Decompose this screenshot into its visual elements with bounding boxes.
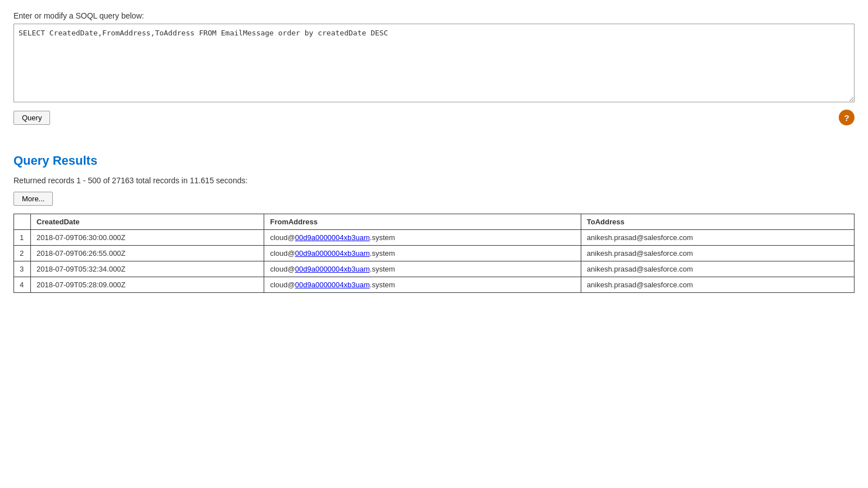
cell-to-address: anikesh.prasad@salesforce.com	[581, 230, 854, 246]
cell-row-num: 3	[14, 261, 31, 277]
cell-from-address: cloud@00d9a0000004xb3uam.system	[264, 261, 581, 277]
from-address-link[interactable]: 00d9a0000004xb3uam	[295, 233, 370, 242]
cell-to-address: anikesh.prasad@salesforce.com	[581, 246, 854, 261]
help-icon[interactable]: ?	[839, 110, 855, 125]
col-header-num	[14, 214, 31, 230]
cell-from-address: cloud@00d9a0000004xb3uam.system	[264, 246, 581, 261]
cell-from-address: cloud@00d9a0000004xb3uam.system	[264, 277, 581, 293]
results-title: Query Results	[13, 153, 855, 168]
query-button[interactable]: Query	[13, 111, 50, 125]
from-address-prefix: cloud@	[270, 249, 295, 257]
cell-to-address: anikesh.prasad@salesforce.com	[581, 277, 854, 293]
results-section: Query Results Returned records 1 - 500 o…	[13, 153, 855, 293]
from-address-suffix: .system	[370, 249, 395, 257]
cell-from-address: cloud@00d9a0000004xb3uam.system	[264, 230, 581, 246]
col-header-fromaddress: FromAddress	[264, 214, 581, 230]
more-button[interactable]: More...	[13, 192, 53, 206]
table-row: 42018-07-09T05:28:09.000Zcloud@00d9a0000…	[14, 277, 855, 293]
soql-label: Enter or modify a SOQL query below:	[13, 11, 855, 20]
cell-row-num: 4	[14, 277, 31, 293]
soql-textarea[interactable]	[13, 24, 855, 102]
from-address-prefix: cloud@	[270, 233, 295, 242]
table-row: 32018-07-09T05:32:34.000Zcloud@00d9a0000…	[14, 261, 855, 277]
cell-row-num: 1	[14, 230, 31, 246]
cell-created-date: 2018-07-09T06:30:00.000Z	[31, 230, 264, 246]
from-address-prefix: cloud@	[270, 265, 295, 273]
results-summary: Returned records 1 - 500 of 27163 total …	[13, 176, 855, 185]
results-table: CreatedDate FromAddress ToAddress 12018-…	[13, 214, 855, 293]
col-header-createddate: CreatedDate	[31, 214, 264, 230]
table-header-row: CreatedDate FromAddress ToAddress	[14, 214, 855, 230]
from-address-suffix: .system	[370, 233, 395, 242]
cell-row-num: 2	[14, 246, 31, 261]
cell-created-date: 2018-07-09T05:32:34.000Z	[31, 261, 264, 277]
from-address-link[interactable]: 00d9a0000004xb3uam	[295, 249, 370, 257]
cell-to-address: anikesh.prasad@salesforce.com	[581, 261, 854, 277]
from-address-link[interactable]: 00d9a0000004xb3uam	[295, 265, 370, 273]
from-address-suffix: .system	[370, 265, 395, 273]
col-header-toaddress: ToAddress	[581, 214, 854, 230]
table-row: 22018-07-09T06:26:55.000Zcloud@00d9a0000…	[14, 246, 855, 261]
from-address-prefix: cloud@	[270, 281, 295, 289]
from-address-suffix: .system	[370, 281, 395, 289]
cell-created-date: 2018-07-09T05:28:09.000Z	[31, 277, 264, 293]
cell-created-date: 2018-07-09T06:26:55.000Z	[31, 246, 264, 261]
from-address-link[interactable]: 00d9a0000004xb3uam	[295, 281, 370, 289]
table-row: 12018-07-09T06:30:00.000Zcloud@00d9a0000…	[14, 230, 855, 246]
